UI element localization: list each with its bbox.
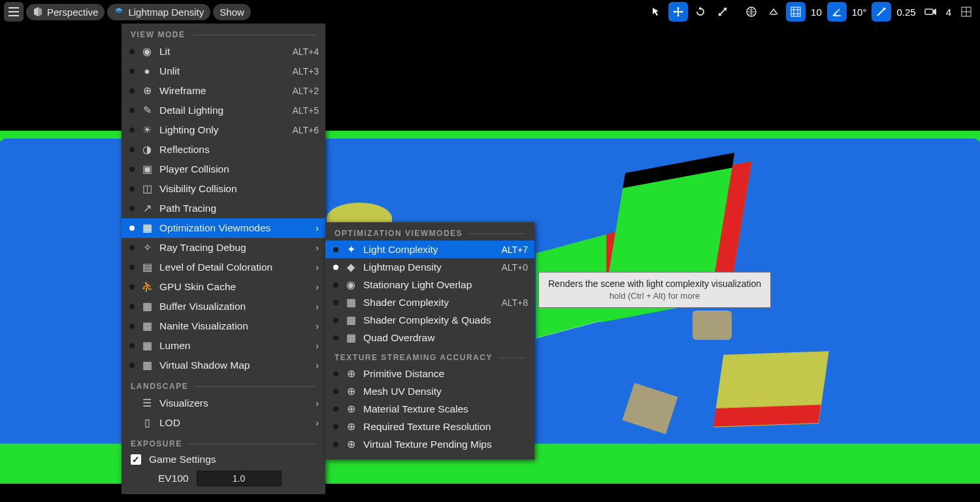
menu-item-unlit[interactable]: ●UnlitALT+3 — [122, 61, 325, 81]
target-icon: ⊕ — [345, 439, 357, 450]
brush-icon: ✎ — [141, 105, 153, 116]
shader-icon: ▦ — [345, 297, 357, 309]
menu-item-detail-lighting[interactable]: ✎Detail LightingALT+5 — [122, 101, 325, 120]
menu-item-ray-tracing-debug[interactable]: ✧Ray Tracing Debug› — [122, 238, 325, 258]
viewmode-dropdown[interactable]: Lightmap Density — [107, 4, 210, 20]
circle-icon: ● — [141, 65, 153, 77]
submenu-item-required-texture-resolution[interactable]: ⊕Required Texture Resolution — [325, 418, 534, 435]
sliders-icon: ☰ — [141, 397, 153, 409]
camera-speed-button[interactable] — [921, 2, 941, 22]
submenu-item-virtual-texture-pending[interactable]: ⊕Virtual Texture Pending Mips — [325, 435, 534, 453]
section-header-texture-streaming: TEXTURE STREAMING ACCURACY — [325, 346, 534, 365]
camera-speed-value[interactable]: 4 — [943, 7, 954, 18]
submenu-item-shader-complexity-quads[interactable]: ▦Shader Complexity & Quads — [325, 311, 534, 329]
section-header-landscape: LANDSCAPE — [122, 375, 325, 393]
menu-item-nanite-visualization[interactable]: ▦Nanite Visualization› — [122, 316, 325, 336]
surface-snap-toggle[interactable] — [764, 2, 783, 22]
tooltip-title: Renders the scene with light complexity … — [548, 277, 761, 290]
select-tool[interactable] — [646, 2, 666, 22]
ray-icon: ✧ — [141, 242, 153, 254]
grid-snap-toggle[interactable] — [786, 2, 806, 22]
svg-rect-1 — [791, 7, 800, 16]
viewmode-menu: VIEW MODE ◉LitALT+4 ●UnlitALT+3 ⊕Wirefra… — [122, 24, 325, 494]
target-icon: ⊕ — [345, 386, 357, 397]
sun-icon: ◉ — [141, 46, 153, 58]
graph-icon: ↗ — [141, 203, 153, 214]
scale-snap-value[interactable]: 0.25 — [894, 7, 918, 18]
section-header-optimization: OPTIMIZATION VIEWMODES — [325, 222, 534, 241]
menu-item-lumen[interactable]: ▦Lumen› — [122, 336, 325, 356]
lumen-icon: ▦ — [141, 340, 153, 352]
submenu-item-light-complexity[interactable]: ✦Light ComplexityALT+7 — [325, 241, 534, 258]
target-icon: ⊕ — [345, 368, 357, 380]
buffer-icon: ▦ — [141, 301, 153, 312]
hamburger-button[interactable] — [4, 2, 24, 22]
menu-item-path-tracing[interactable]: ↗Path Tracing — [122, 199, 325, 218]
menu-item-lod-coloration[interactable]: ▤Level of Detail Coloration› — [122, 258, 325, 277]
nanite-icon: ▦ — [141, 320, 153, 332]
menu-item-visualizers[interactable]: ☰Visualizers› — [122, 393, 325, 413]
menu-item-lit[interactable]: ◉LitALT+4 — [122, 42, 325, 61]
grid-snap-value[interactable]: 10 — [808, 7, 825, 18]
game-settings-checkbox[interactable]: ✓ — [131, 454, 141, 465]
globe-icon: ⊕ — [141, 85, 153, 97]
bulb-icon: ☀ — [141, 124, 153, 136]
menu-item-optimization-viewmodes[interactable]: ▦Optimization Viewmodes› — [122, 218, 325, 238]
target-icon: ⊕ — [345, 403, 357, 415]
viewport-layout-button[interactable] — [956, 2, 976, 22]
submenu-item-primitive-distance[interactable]: ⊕Primitive Distance — [325, 365, 534, 382]
ev100-label: EV100 — [158, 473, 189, 484]
menu-item-buffer-visualization[interactable]: ▦Buffer Visualization› — [122, 297, 325, 316]
menu-item-virtual-shadow-map[interactable]: ▦Virtual Shadow Map› — [122, 356, 325, 375]
overlap-icon: ◉ — [345, 279, 357, 291]
section-header-exposure: EXPOSURE — [122, 433, 325, 451]
chevron-right-icon: › — [316, 262, 319, 273]
tooltip-subtitle: hold (Ctrl + Alt) for more — [548, 290, 761, 303]
menu-item-lod[interactable]: ▯LOD› — [122, 413, 325, 433]
chevron-right-icon: › — [316, 223, 319, 233]
submenu-item-material-texture-scales[interactable]: ⊕Material Texture Scales — [325, 400, 534, 418]
chevron-right-icon: › — [316, 418, 319, 428]
menu-item-gpu-skin-cache[interactable]: ⛹GPU Skin Cache› — [122, 277, 325, 297]
scale-snap-toggle[interactable] — [872, 2, 891, 22]
coord-space-toggle[interactable] — [742, 2, 761, 22]
menu-item-player-collision[interactable]: ▣Player Collision — [122, 159, 325, 179]
viewport-toolbar: Perspective Lightmap Density Show 10 10°… — [0, 0, 980, 24]
viewport-obj — [713, 351, 828, 427]
rotate-tool[interactable] — [691, 2, 710, 22]
menu-item-reflections[interactable]: ◑Reflections — [122, 140, 325, 159]
translate-tool[interactable] — [668, 2, 688, 22]
menu-item-visibility-collision[interactable]: ◫Visibility Collision — [122, 179, 325, 199]
cube-outline-icon: ◫ — [141, 183, 153, 195]
section-header-viewmode: VIEW MODE — [122, 24, 325, 42]
camera-icon: ▣ — [141, 163, 153, 175]
menu-item-lighting-only[interactable]: ☀Lighting OnlyALT+6 — [122, 120, 325, 140]
chevron-right-icon: › — [316, 301, 319, 312]
stack-icon: ▯ — [141, 417, 153, 429]
chevron-right-icon: › — [316, 398, 319, 409]
chevron-right-icon: › — [316, 341, 319, 351]
menu-item-wireframe[interactable]: ⊕WireframeALT+2 — [122, 81, 325, 101]
perspective-dropdown[interactable]: Perspective — [26, 4, 105, 20]
clock-icon: ◑ — [141, 144, 153, 156]
shader-quad-icon: ▦ — [345, 314, 357, 326]
grid-icon: ▦ — [141, 222, 153, 234]
ev100-input[interactable] — [197, 471, 282, 486]
submenu-item-mesh-uv-density[interactable]: ⊕Mesh UV Density — [325, 382, 534, 400]
submenu-item-lightmap-density[interactable]: ◆Lightmap DensityALT+0 — [325, 258, 534, 276]
show-dropdown[interactable]: Show — [213, 4, 251, 20]
angle-snap-value[interactable]: 10° — [849, 7, 870, 18]
lod-icon: ▤ — [141, 261, 153, 273]
submenu-item-quad-overdraw[interactable]: ▦Quad Overdraw — [325, 329, 534, 346]
submenu-item-stationary-light-overlap[interactable]: ◉Stationary Light Overlap — [325, 276, 534, 293]
grid-icon: ▦ — [345, 332, 357, 344]
game-settings-label: Game Settings — [149, 454, 216, 465]
light-icon: ✦ — [345, 244, 357, 256]
viewmode-label: Lightmap Density — [128, 7, 204, 18]
show-label: Show — [220, 7, 244, 18]
layers-icon — [114, 7, 124, 17]
scale-tool[interactable] — [713, 2, 732, 22]
submenu-item-shader-complexity[interactable]: ▦Shader ComplexityALT+8 — [325, 293, 534, 311]
person-icon: ⛹ — [141, 281, 153, 293]
angle-snap-toggle[interactable] — [827, 2, 847, 22]
